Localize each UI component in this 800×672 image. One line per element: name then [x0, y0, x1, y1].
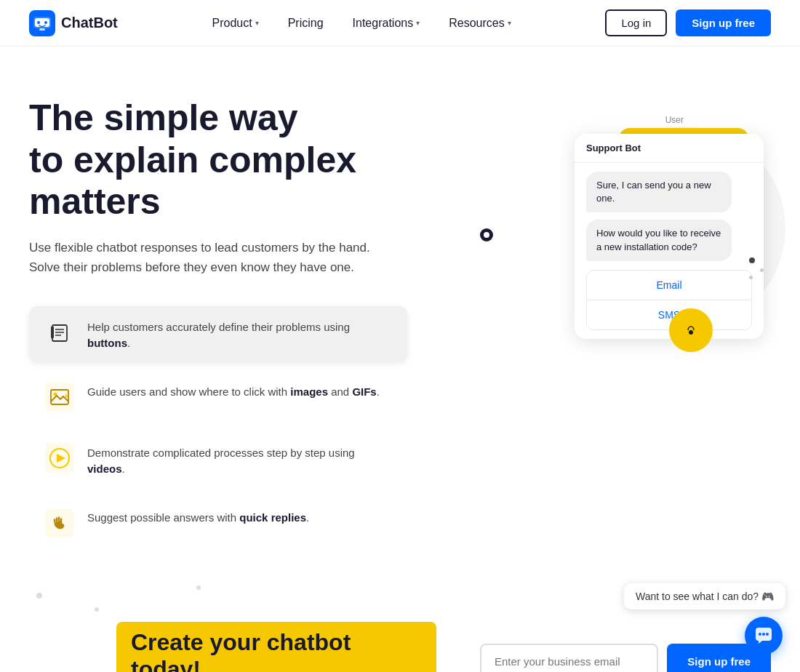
dot-1 — [749, 257, 755, 263]
svg-point-20 — [689, 330, 693, 335]
chat-option-email[interactable]: Email — [587, 271, 751, 300]
hero-section: The simple way to explain complex matter… — [0, 47, 800, 578]
login-button[interactable]: Log in — [605, 9, 667, 36]
widget-tooltip: Want to see what I can do? 🎮 — [624, 583, 785, 609]
user-label: User — [665, 115, 684, 125]
buttons-icon-wrap — [44, 316, 76, 348]
svg-point-24 — [766, 633, 769, 636]
chat-options: Email SMS — [586, 270, 752, 330]
bot-connector — [480, 228, 493, 241]
feature-text-replies: Suggest possible answers with quick repl… — [87, 507, 309, 527]
chat-messages: Sure, I can send you a new one. How woul… — [575, 163, 764, 270]
cta-title: Create your chatbot today! — [116, 622, 436, 672]
image-icon — [45, 383, 74, 412]
chat-header: Support Bot — [575, 134, 764, 163]
book-icon — [45, 318, 74, 347]
bot-message-2: How would you like to receive a new inst… — [586, 220, 732, 260]
feature-text-images: Guide users and show where to click with… — [87, 381, 380, 401]
logo-text: ChatBot — [61, 15, 118, 31]
nav-actions: Log in Sign up free — [605, 9, 771, 36]
yellow-circle-icon — [681, 320, 701, 340]
chat-widget-icon — [754, 626, 773, 645]
nav-pricing[interactable]: Pricing — [276, 11, 335, 36]
cta-form-area: Sign up free ✓ ChatBot templates include… — [480, 622, 771, 672]
feature-list: Help customers accurately define their p… — [29, 306, 407, 549]
svg-point-23 — [762, 633, 765, 636]
chat-illustration: User My installation code has expired. C… — [436, 112, 771, 359]
chat-window: Support Bot Sure, I can send you a new o… — [575, 134, 764, 339]
hero-title: The simple way to explain complex matter… — [29, 97, 407, 223]
quick-replies-icon — [45, 508, 74, 537]
dot-3 — [749, 276, 753, 279]
feature-item-buttons[interactable]: Help customers accurately define their p… — [29, 306, 407, 362]
svg-point-3 — [37, 21, 40, 24]
deco-dot-2 — [95, 607, 99, 612]
buttons-icon-bg — [44, 316, 76, 348]
navbar: ChatBot Product ▾ Pricing Integrations ▾… — [0, 0, 800, 47]
feature-item-images[interactable]: Guide users and show where to click with… — [29, 371, 407, 423]
hero-right: User My installation code has expired. C… — [436, 112, 771, 359]
svg-rect-11 — [51, 327, 54, 338]
svg-point-22 — [759, 633, 761, 636]
videos-icon-bg — [44, 442, 76, 474]
images-icon-bg — [44, 381, 76, 413]
hero-subtitle: Use flexible chatbot responses to lead c… — [29, 238, 378, 277]
videos-icon-wrap — [44, 442, 76, 474]
svg-rect-12 — [45, 383, 74, 412]
feature-text-videos: Demonstrate complicated processes step b… — [87, 442, 393, 478]
feature-item-videos[interactable]: Demonstrate complicated processes step b… — [29, 432, 407, 488]
video-icon — [45, 444, 74, 473]
deco-dot-1 — [36, 593, 42, 599]
chat-widget-button[interactable] — [745, 617, 783, 655]
feature-item-replies[interactable]: Suggest possible answers with quick repl… — [29, 497, 407, 549]
chatbot-logo-icon — [29, 10, 55, 36]
replies-icon-bg — [44, 507, 76, 539]
svg-rect-5 — [39, 28, 45, 31]
integrations-chevron: ▾ — [416, 19, 420, 27]
svg-point-4 — [44, 21, 47, 24]
nav-product[interactable]: Product ▾ — [201, 11, 271, 36]
logo[interactable]: ChatBot — [29, 10, 118, 36]
feature-text-buttons: Help customers accurately define their p… — [87, 316, 393, 352]
nav-links: Product ▾ Pricing Integrations ▾ Resourc… — [201, 11, 523, 36]
hero-left: The simple way to explain complex matter… — [29, 97, 407, 549]
nav-integrations[interactable]: Integrations ▾ — [341, 11, 432, 36]
cta-form: Sign up free — [480, 644, 771, 672]
nav-resources[interactable]: Resources ▾ — [437, 11, 522, 36]
images-icon-wrap — [44, 381, 76, 413]
dot-2 — [760, 268, 764, 272]
replies-icon-wrap — [44, 507, 76, 539]
signup-nav-button[interactable]: Sign up free — [676, 9, 771, 36]
email-input[interactable] — [480, 644, 658, 672]
deco-dot-3 — [196, 585, 201, 590]
resources-chevron: ▾ — [508, 19, 511, 27]
cta-content: Create your chatbot today! Start a free … — [0, 622, 800, 672]
bot-message-1: Sure, I can send you a new one. — [586, 172, 732, 212]
yellow-accent-circle — [669, 308, 713, 352]
product-chevron: ▾ — [255, 19, 259, 27]
cta-text-area: Create your chatbot today! Start a free … — [116, 622, 436, 672]
